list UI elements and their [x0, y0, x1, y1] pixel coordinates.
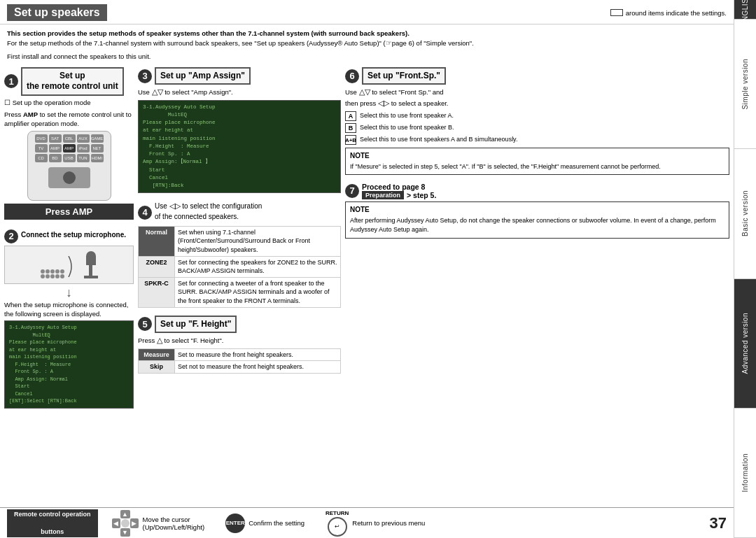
page-header: Set up speakers around items indicate th… — [0, 0, 734, 24]
step-1-detail: Press AMP to set the remote control unit… — [4, 110, 134, 129]
nav-left[interactable]: ◀ — [112, 518, 120, 528]
page-number: 37 — [710, 514, 727, 532]
col-mid: 3 Set up "Amp Assign" Use △▽ to select "… — [138, 67, 341, 504]
remote-lower — [31, 167, 108, 188]
remote-buttons-box: Remote control operation buttons — [7, 509, 98, 537]
sidebar-basic-label: Basic version — [741, 190, 749, 236]
step-7-header: 7 Proceed to page 8 Preparation > step 5… — [345, 183, 729, 199]
step-3: 3 Set up "Amp Assign" Use △▽ to select "… — [138, 67, 341, 196]
dot — [41, 269, 45, 274]
dot — [50, 269, 55, 274]
step-4-header: 4 Use ◁▷ to select the configurationof t… — [138, 201, 341, 223]
nav-down[interactable]: ▼ — [120, 528, 130, 537]
dot — [60, 274, 64, 278]
mic-dots — [41, 269, 64, 278]
option-desc: Set when using 7.1-channel (Front/Center… — [175, 226, 341, 256]
step-6: 6 Set up "Front.Sp." Use △▽ to select "F… — [345, 67, 729, 177]
sidebar-simple[interactable]: Simple version — [734, 20, 756, 149]
option-label: ZONE2 — [139, 256, 175, 277]
intro-section: This section provides the setup methods … — [0, 24, 734, 64]
note-title: NOTE — [350, 151, 724, 161]
step-1-header: 1 Set up the remote control unit — [4, 67, 134, 96]
enter-action: ENTER Confirm the setting — [225, 514, 304, 533]
option-desc: Set not to measure the front height spea… — [175, 361, 341, 374]
remote-btn: SAT — [49, 134, 62, 143]
sidebar-advanced[interactable]: Advanced version — [734, 279, 756, 409]
dot — [60, 269, 64, 274]
remote-btn: AUX — [77, 134, 90, 143]
sidebar-basic[interactable]: Basic version — [734, 149, 756, 278]
return-button[interactable]: ↩ — [328, 517, 347, 537]
dot — [50, 274, 55, 278]
sidebar-advanced-label: Advanced version — [741, 313, 749, 374]
remote-btn: AMP — [49, 144, 62, 153]
dot — [46, 269, 50, 274]
col-right: 6 Set up "Front.Sp." Use △▽ to select "F… — [345, 67, 729, 504]
speaker-a-desc: Select this to use front speaker A. — [360, 111, 454, 120]
table-row: Measure Set to measure the front height … — [139, 348, 341, 361]
speaker-b-desc: Select this to use front speaker B. — [360, 123, 454, 132]
remote-amp-btn: AMP — [63, 144, 76, 153]
speaker-ab-label: A+B — [345, 135, 356, 145]
move-label: Move the cursor(Up/Down/Left/Right) — [143, 516, 205, 531]
remote-lower-area — [48, 167, 90, 188]
remote-buttons: DVD SAT CBL AUX GAME TV AMP AMP iPod NET… — [35, 134, 104, 162]
table-row: SPKR-C Set for connecting a tweeter of a… — [139, 277, 341, 307]
mic-diagram-inner — [41, 251, 98, 278]
sidebar-info-label: Information — [741, 453, 749, 493]
step-3-use: Use △▽ to select "Amp Assign". — [138, 87, 341, 97]
step-4-use: Use ◁▷ to select the configurationof the… — [155, 201, 262, 221]
mic-diagram — [4, 246, 134, 284]
step-7-note: NOTE After performing Audyssey Auto Setu… — [345, 201, 729, 239]
cable-svg — [67, 256, 81, 277]
step-1: 1 Set up the remote control unit ☐ Set u… — [4, 67, 134, 222]
speaker-row-a: A Select this to use front speaker A. — [345, 111, 729, 121]
step-4: 4 Use ◁▷ to select the configurationof t… — [138, 201, 341, 309]
step-5-title: Set up "F. Height" — [155, 316, 237, 334]
mic-base — [84, 276, 98, 278]
option-desc: Set for connecting a tweeter of a front … — [175, 277, 341, 307]
nav-diamond: ▲ ▼ ◀ ▶ — [112, 510, 139, 537]
press-amp-label: Press AMP — [4, 204, 134, 220]
dot — [41, 274, 45, 278]
step-6-use: Use △▽ to select "Front Sp." andthen pre… — [345, 87, 729, 108]
step-7-number: 7 — [345, 184, 359, 198]
dot — [46, 274, 50, 278]
speaker-b-label: B — [345, 123, 356, 133]
sidebar-simple-label: Simple version — [741, 59, 749, 110]
step-6-speaker-options: A Select this to use front speaker A. B … — [345, 111, 729, 145]
step-2-header: 2 Connect the setup microphone. — [4, 229, 134, 243]
enter-button[interactable]: ENTER — [225, 514, 245, 533]
remote-btn: iPod — [77, 144, 90, 153]
sidebar-english[interactable]: ENGLISH — [734, 0, 756, 20]
step-1-title: Set up the remote control unit — [21, 67, 124, 96]
mic-stand — [84, 251, 98, 278]
note-box-icon — [610, 9, 623, 16]
option-label: Measure — [139, 348, 175, 361]
step-3-title: Set up "Amp Assign" — [155, 67, 251, 85]
cable — [67, 256, 81, 278]
page-title: Set up speakers — [7, 4, 107, 21]
bottom-bar: Remote control operation buttons ▲ ▼ ◀ ▶… — [0, 507, 734, 538]
step-2-when-connected: When the setup microphone is connected, … — [4, 300, 134, 319]
speaker-a-label: A — [345, 111, 356, 121]
table-row: ZONE2 Set for connecting the speakers fo… — [139, 256, 341, 277]
remote-dial — [63, 171, 76, 184]
step-5-header: 5 Set up "F. Height" — [138, 316, 341, 334]
mic-body — [89, 265, 92, 276]
step-6-note: NOTE If "Mesure" is selected in step 5, … — [345, 148, 729, 175]
main-content: Set up speakers around items indicate th… — [0, 0, 734, 538]
col-left: 1 Set up the remote control unit ☐ Set u… — [4, 67, 134, 504]
nav-right[interactable]: ▶ — [130, 518, 139, 528]
remote-btn: CD — [35, 154, 48, 162]
option-desc: Set for connecting the speakers for ZONE… — [175, 256, 341, 277]
table-row: Skip Set not to measure the front height… — [139, 361, 341, 374]
preparation-tag: Preparation — [362, 191, 404, 199]
step-3-header: 3 Set up "Amp Assign" — [138, 67, 341, 85]
step-3-lcd: 3-1.Audyssey Auto Setup MultEQ Please pl… — [138, 100, 341, 194]
sidebar-info[interactable]: Information — [734, 409, 756, 538]
nav-up[interactable]: ▲ — [120, 510, 130, 518]
step-2-number: 2 — [4, 229, 18, 243]
speaker-ab-desc: Select this to use front speakers A and … — [360, 135, 517, 144]
step-7: 7 Proceed to page 8 Preparation > step 5… — [345, 183, 729, 241]
